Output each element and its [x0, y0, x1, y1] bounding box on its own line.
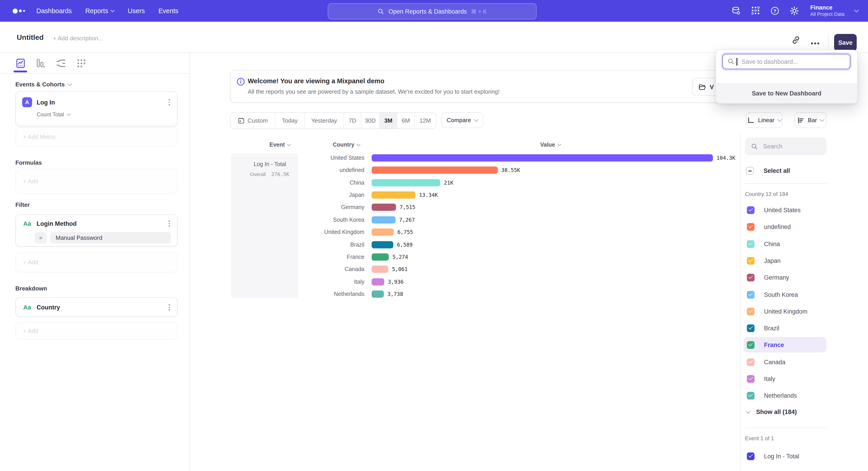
bar-france[interactable] — [372, 254, 389, 261]
filter-operator-chip[interactable]: = — [35, 232, 46, 243]
legend-checkbox[interactable] — [747, 240, 754, 248]
show-all-button[interactable]: Show all (184) — [747, 409, 797, 415]
chevron-down-icon[interactable] — [854, 8, 859, 12]
bar-italy[interactable] — [372, 278, 384, 286]
nav-link-users[interactable]: Users — [128, 7, 145, 14]
legend-search[interactable] — [745, 138, 827, 155]
legend-item-united-kingdom[interactable]: United Kingdom — [744, 303, 827, 319]
legend-item-china[interactable]: China — [744, 236, 827, 252]
legend-checkbox[interactable] — [747, 273, 754, 281]
nav-right-cluster: ? Finance All Project Data — [732, 4, 858, 17]
project-switcher[interactable]: Finance All Project Data — [810, 4, 844, 17]
legend-item-netherlands[interactable]: Netherlands — [744, 388, 827, 403]
data-management-icon[interactable] — [732, 6, 741, 16]
line-scale-button[interactable]: Linear — [746, 112, 782, 128]
bar-japan[interactable] — [372, 192, 415, 199]
help-icon[interactable]: ? — [770, 6, 779, 16]
select-all-row[interactable]: Select all — [746, 167, 790, 175]
column-header-event[interactable]: Event — [270, 142, 290, 148]
legend-checkbox[interactable] — [747, 341, 754, 349]
date-range-12m[interactable]: 12M — [414, 113, 436, 128]
bar-germany[interactable] — [372, 204, 396, 211]
save-dashboard-input[interactable] — [741, 58, 842, 65]
events-cohorts-header[interactable]: Events & Cohorts — [16, 81, 178, 88]
legend-search-input[interactable] — [762, 143, 818, 150]
date-range-yesterday[interactable]: Yesterday — [304, 113, 344, 128]
bar-netherlands[interactable] — [372, 291, 384, 298]
add-description-button[interactable]: + Add description... — [53, 35, 103, 41]
bar-united-states[interactable] — [372, 154, 713, 161]
legend-item-germany[interactable]: Germany — [744, 270, 827, 285]
breakdown-card[interactable]: Aa Country — [16, 297, 178, 317]
legend-checkbox[interactable] — [747, 206, 754, 214]
legend-item-italy[interactable]: Italy — [744, 371, 827, 386]
metric-card[interactable]: A Log In Count Total — [16, 91, 178, 126]
date-range-3m[interactable]: 3M — [379, 113, 397, 128]
bar-china[interactable] — [372, 179, 440, 186]
legend-checkbox[interactable] — [747, 324, 754, 332]
filter-kebab-icon[interactable] — [168, 219, 171, 227]
add-formula-button[interactable]: + Add — [16, 169, 178, 194]
legend-item-undefined[interactable]: undefined — [744, 219, 827, 234]
add-filter-button[interactable]: + Add — [16, 252, 178, 272]
date-range-today[interactable]: Today — [275, 113, 304, 128]
date-range-custom[interactable]: Custom — [230, 113, 275, 128]
more-actions-icon[interactable] — [811, 42, 819, 44]
report-title[interactable]: Untitled — [17, 33, 43, 41]
tab-retention[interactable] — [76, 58, 86, 68]
bar-brazil[interactable] — [372, 241, 393, 248]
bar-united-kingdom[interactable] — [372, 229, 394, 236]
legend-item-france[interactable]: France — [744, 337, 827, 352]
legend-event-row[interactable]: Log In - Total — [744, 448, 827, 464]
legend-checkbox[interactable] — [747, 307, 754, 315]
add-breakdown-button[interactable]: + Add — [16, 322, 178, 340]
date-range-label: 7D — [348, 117, 356, 124]
legend-checkbox[interactable] — [747, 257, 754, 264]
column-header-value[interactable]: Value — [540, 142, 560, 148]
breakdown-kebab-icon[interactable] — [168, 303, 171, 311]
legend-item-south-korea[interactable]: South Korea — [744, 287, 827, 302]
settings-gear-icon[interactable] — [790, 6, 799, 16]
tab-funnels[interactable] — [36, 58, 46, 68]
legend-item-brazil[interactable]: Brazil — [744, 320, 827, 336]
breakdown-type-badge: Aa — [22, 302, 32, 312]
tab-flows[interactable] — [56, 58, 66, 68]
bar-canada[interactable] — [372, 266, 388, 273]
metric-kebab-icon[interactable] — [168, 98, 171, 106]
global-search-button[interactable]: Open Reports & Dashboards ⌘ + K — [328, 3, 537, 20]
bar-south-korea[interactable] — [372, 216, 396, 224]
filter-card[interactable]: Aa Login Method = Manual Password — [16, 214, 178, 246]
date-range-7d[interactable]: 7D — [344, 113, 361, 128]
select-all-checkbox[interactable] — [746, 167, 754, 175]
date-range-30d[interactable]: 30D — [361, 113, 379, 128]
legend-item-japan[interactable]: Japan — [744, 253, 827, 268]
compare-button[interactable]: Compare — [441, 112, 483, 128]
legend-checkbox[interactable] — [747, 391, 754, 399]
legend-item-canada[interactable]: Canada — [744, 354, 827, 370]
date-range-6m[interactable]: 6M — [397, 113, 414, 128]
save-button[interactable]: Save — [834, 34, 857, 51]
nav-link-reports[interactable]: Reports — [85, 7, 114, 14]
save-to-new-dashboard-button[interactable]: Save to New Dashboard — [716, 83, 857, 103]
legend-checkbox[interactable] — [747, 223, 754, 231]
copy-link-icon[interactable] — [791, 35, 801, 45]
event-checkbox[interactable] — [747, 452, 754, 460]
aggregation-dropdown[interactable]: Count Total — [22, 111, 171, 118]
filter-value-box[interactable]: Manual Password — [50, 232, 171, 243]
nav-link-events[interactable]: Events — [158, 7, 179, 14]
bar-undefined[interactable] — [372, 167, 498, 174]
save-dashboard-search[interactable] — [722, 54, 850, 69]
nav-link-dashboards[interactable]: Dashboards — [36, 7, 72, 14]
legend-checkbox[interactable] — [747, 358, 754, 366]
legend-checkbox[interactable] — [747, 375, 754, 383]
tab-insights[interactable] — [16, 58, 25, 68]
mixpanel-logo-icon[interactable] — [13, 8, 25, 13]
apps-grid-icon[interactable] — [751, 6, 760, 16]
chevron-down-icon — [287, 142, 291, 146]
chevron-down-icon — [356, 142, 360, 146]
chart-type-button[interactable]: Bar — [794, 112, 827, 128]
column-header-country[interactable]: Country — [333, 142, 360, 148]
add-metric-button[interactable]: + Add Metric — [16, 127, 178, 147]
legend-item-united-states[interactable]: United States — [744, 202, 827, 217]
legend-checkbox[interactable] — [747, 291, 754, 298]
